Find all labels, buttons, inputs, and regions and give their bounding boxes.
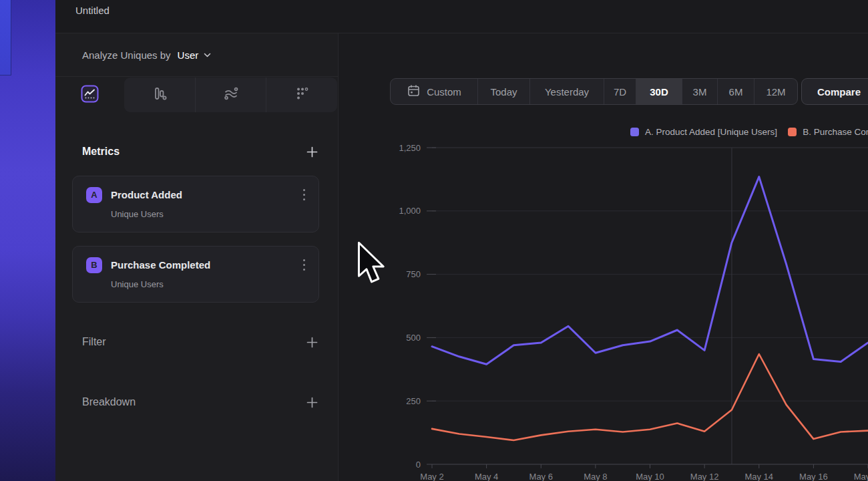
metric-menu-button[interactable] (300, 186, 308, 203)
svg-text:750: 750 (406, 269, 421, 279)
date-range-selector: Custom Today Yesterday 7D 30D 3M 6M 12M (390, 78, 798, 105)
filter-section-row: Filter (82, 331, 319, 353)
legend-item-a[interactable]: A. Product Added [Unique Users] (630, 127, 777, 137)
background-gradient-corner (0, 0, 11, 75)
metric-measure: Unique Users (111, 209, 308, 219)
metric-title: Product Added (111, 189, 300, 200)
svg-text:May 2: May 2 (420, 472, 443, 481)
add-filter-button[interactable] (304, 335, 319, 349)
range-3m[interactable]: 3M (682, 79, 717, 104)
svg-text:May 8: May 8 (584, 472, 607, 481)
filter-title: Filter (82, 336, 106, 348)
analyze-uniques-row: Analyze Uniques by User (55, 33, 338, 77)
range-6m[interactable]: 6M (717, 79, 754, 104)
range-label: Custom (427, 86, 461, 98)
svg-text:500: 500 (406, 333, 421, 343)
range-label: 12M (766, 86, 785, 98)
range-label: 3M (693, 86, 707, 98)
dots-funnel-icon (293, 85, 310, 105)
analyze-value-dropdown[interactable]: User (178, 49, 199, 61)
svg-text:May 16: May 16 (799, 472, 828, 481)
add-breakdown-button[interactable] (304, 395, 319, 410)
chart-type-tabs (55, 77, 338, 113)
metric-badge-b: B (86, 257, 102, 273)
range-label: 6M (729, 86, 743, 98)
breakdown-section-row: Breakdown (82, 391, 319, 413)
tab-stream-chart[interactable] (195, 77, 266, 112)
legend-item-b[interactable]: B. Purchase Completed [Unique Users] (788, 127, 868, 137)
metric-card-purchase-completed[interactable]: B Purchase Completed Unique Users (72, 246, 319, 303)
breakdown-title: Breakdown (82, 396, 136, 408)
legend-label: B. Purchase Completed [Unique Users] (803, 127, 868, 137)
metrics-title: Metrics (82, 146, 120, 158)
compare-label: Compare (817, 86, 861, 98)
svg-text:May 10: May 10 (636, 472, 664, 481)
line-chart-plot[interactable]: 02505007501,0001,250May 2May 4May 6May 8… (338, 140, 868, 481)
range-12m[interactable]: 12M (754, 79, 797, 104)
metric-badge-a: A (86, 187, 102, 203)
svg-text:1,000: 1,000 (399, 206, 421, 216)
tab-line-chart[interactable] (55, 77, 124, 113)
add-metric-button[interactable] (304, 144, 319, 159)
range-today[interactable]: Today (477, 79, 529, 104)
range-label: Today (490, 86, 517, 98)
range-7d[interactable]: 7D (604, 79, 636, 104)
top-bar: Untitled (55, 0, 868, 33)
range-label: 30D (650, 86, 668, 98)
svg-text:250: 250 (406, 396, 421, 406)
svg-text:May 18: May 18 (854, 472, 868, 481)
analyze-label: Analyze Uniques by (82, 49, 171, 61)
legend-label: A. Product Added [Unique Users] (645, 127, 777, 137)
range-label: Yesterday (545, 86, 589, 98)
range-30d[interactable]: 30D (636, 79, 682, 104)
chart-type-tab-group (124, 77, 337, 112)
legend-swatch-orange (788, 128, 797, 136)
svg-text:May 4: May 4 (475, 472, 498, 481)
compare-button[interactable]: Compare (801, 78, 868, 105)
svg-text:1,250: 1,250 (399, 143, 421, 153)
svg-text:May 6: May 6 (529, 472, 553, 481)
metric-card-product-added[interactable]: A Product Added Unique Users (72, 176, 319, 232)
svg-text:May 14: May 14 (744, 472, 773, 481)
tab-bar-chart[interactable] (124, 77, 195, 112)
tab-dots-funnel[interactable] (266, 77, 337, 112)
chevron-down-icon[interactable] (204, 53, 211, 57)
metric-menu-button[interactable] (300, 257, 308, 273)
query-panel: Analyze Uniques by User (55, 33, 338, 481)
document-title: Untitled (75, 5, 110, 16)
metrics-section-header: Metrics (82, 142, 319, 161)
calendar-icon (407, 84, 421, 100)
bar-chart-icon (151, 85, 168, 105)
range-custom[interactable]: Custom (391, 79, 477, 104)
metric-title: Purchase Completed (111, 259, 300, 271)
stream-chart-icon (222, 85, 240, 105)
app-window: Untitled Analyze Uniques by User (0, 0, 868, 481)
range-yesterday[interactable]: Yesterday (529, 79, 604, 104)
svg-text:0: 0 (416, 460, 421, 470)
chart-legend: A. Product Added [Unique Users] B. Purch… (630, 127, 868, 137)
metric-measure: Unique Users (111, 279, 308, 289)
range-label: 7D (614, 86, 626, 98)
legend-swatch-purple (630, 128, 639, 136)
line-chart-icon (81, 85, 99, 106)
svg-text:May 12: May 12 (690, 472, 719, 481)
